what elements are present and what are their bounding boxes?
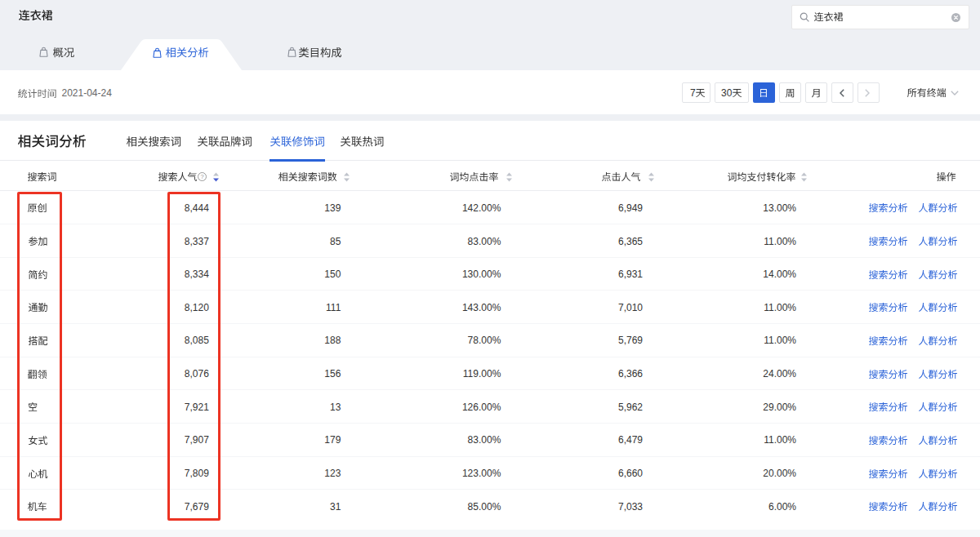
svg-text:?: ? bbox=[200, 173, 203, 180]
